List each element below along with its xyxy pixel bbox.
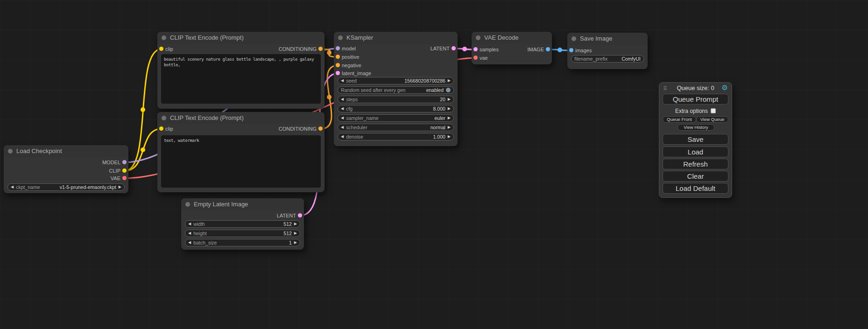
node-status-dot-icon[interactable] [476,35,480,40]
queue-prompt-button[interactable]: Queue Prompt [663,94,728,105]
scheduler-widget[interactable]: ◀ scheduler normal ▶ [338,124,454,131]
widget-value: 1 [289,240,292,245]
output-slot-vae: VAE [111,174,120,182]
output-slot-conditioning: CONDITIONING [279,125,317,133]
load-button[interactable]: Load [663,147,728,157]
random-seed-widget[interactable]: Random seed after every gen enabled [338,86,454,94]
decrement-arrow-icon[interactable]: ◀ [341,133,344,140]
node-vae-decode[interactable]: VAE Decode samples vae IMAGE [472,32,552,64]
node-status-dot-icon[interactable] [185,202,190,207]
output-dot-clip[interactable] [122,168,127,173]
comfyui-canvas[interactable]: { "canvas": {"background": "#1d1d1d"}, "… [0,0,868,329]
width-widget[interactable]: ◀ width 512 ▶ [185,220,300,228]
decrement-arrow-icon[interactable]: ◀ [188,239,191,246]
increment-arrow-icon[interactable]: ▶ [448,115,451,121]
decrement-arrow-icon[interactable]: ◀ [341,96,344,103]
denoise-widget[interactable]: ◀ denoise 1.000 ▶ [338,133,454,140]
output-dot-model[interactable] [122,160,127,164]
wire-midpoint-dot [462,47,467,51]
decrement-arrow-icon[interactable]: ◀ [188,230,191,237]
queue-front-button[interactable]: Queue Front [663,116,696,123]
increment-arrow-icon[interactable]: ▶ [448,96,451,103]
steps-widget[interactable]: ◀ steps 20 ▶ [338,96,454,103]
increment-arrow-icon[interactable]: ▶ [448,77,451,84]
input-dot-images[interactable] [569,48,573,52]
output-dot-conditioning[interactable] [318,126,323,131]
input-slot-latent-image: latent_image [342,69,371,77]
extra-options-checkbox[interactable] [711,108,716,113]
widget-name: cfg [346,106,430,112]
batch-size-widget[interactable]: ◀ batch_size 1 ▶ [185,239,300,246]
widget-name: filename_prefix [574,56,619,62]
increment-arrow-icon[interactable]: ▶ [448,105,451,112]
node-title: CLIP Text Encode (Prompt) [170,114,244,121]
clear-button[interactable]: Clear [663,171,728,182]
positive-prompt-textarea[interactable]: beautiful scenery nature glass bottle la… [161,54,321,104]
output-dot-latent[interactable] [298,213,302,217]
output-dot-conditioning[interactable] [318,47,323,51]
widget-name: height [193,231,281,236]
input-dot-vae[interactable] [473,56,478,60]
input-dot-clip[interactable] [159,47,163,51]
input-dot-clip[interactable] [159,126,163,131]
decrement-arrow-icon[interactable]: ◀ [341,105,344,112]
increment-arrow-icon[interactable]: ▶ [294,239,297,246]
input-dot-latent-image[interactable] [336,71,340,75]
node-status-dot-icon[interactable] [572,36,576,41]
increment-arrow-icon[interactable]: ▶ [294,221,297,227]
node-ksampler[interactable]: KSampler model positive negative latent_… [334,32,458,146]
negative-prompt-textarea[interactable]: text, watermark [161,135,321,188]
increment-arrow-icon[interactable]: ▶ [448,133,451,140]
drag-handle-icon[interactable]: ⠿ [663,85,667,92]
save-button[interactable]: Save [663,134,728,145]
height-widget[interactable]: ◀ height 512 ▶ [185,230,300,237]
view-queue-button[interactable]: View Queue [696,116,728,123]
node-title: Load Checkpoint [16,147,62,154]
node-status-dot-icon[interactable] [8,149,13,154]
decrement-arrow-icon[interactable]: ◀ [341,115,344,121]
node-title-bar[interactable]: Empty Latent Image [181,198,304,210]
node-status-dot-icon[interactable] [162,35,166,40]
node-clip-text-encode-negative[interactable]: CLIP Text Encode (Prompt) clip CONDITION… [157,112,325,192]
node-status-dot-icon[interactable] [338,35,343,40]
filename-prefix-widget[interactable]: filename_prefix ComfyUI [571,55,644,63]
node-title-bar[interactable]: CLIP Text Encode (Prompt) [157,32,325,44]
node-title-bar[interactable]: KSampler [334,32,458,44]
node-title-bar[interactable]: Save Image [567,33,648,45]
node-status-dot-icon[interactable] [162,116,166,120]
load-default-button[interactable]: Load Default [663,183,728,194]
node-title-bar[interactable]: VAE Decode [472,32,552,44]
settings-gear-icon[interactable]: ⚙ [722,84,728,91]
input-dot-negative[interactable] [336,63,340,67]
node-title-bar[interactable]: CLIP Text Encode (Prompt) [157,112,325,124]
node-save-image[interactable]: Save Image images filename_prefix ComfyU… [567,33,648,69]
node-title-bar[interactable]: Load Checkpoint [4,145,128,157]
input-dot-model[interactable] [336,46,340,50]
sampler-name-widget[interactable]: ◀ sampler_name euler ▶ [338,114,454,122]
random-seed-toggle[interactable] [446,88,451,92]
input-slot-positive: positive [342,53,359,61]
decrement-arrow-icon[interactable]: ◀ [11,184,14,190]
seed-widget[interactable]: ◀ seed 156680208700286 ▶ [338,77,454,84]
ckpt-name-widget[interactable]: ◀ ckpt_name v1-5-pruned-emaonly.ckpt ▶ [7,183,125,191]
cfg-widget[interactable]: ◀ cfg 8.000 ▶ [338,105,454,112]
output-dot-vae[interactable] [122,176,127,180]
decrement-arrow-icon[interactable]: ◀ [341,124,344,131]
output-dot-image[interactable] [546,47,550,51]
input-dot-samples[interactable] [473,47,478,51]
queue-size-label: Queue size: 0 [677,84,714,91]
increment-arrow-icon[interactable]: ▶ [119,184,121,190]
increment-arrow-icon[interactable]: ▶ [448,124,451,131]
node-clip-text-encode-positive[interactable]: CLIP Text Encode (Prompt) clip CONDITION… [157,32,325,109]
wire-midpoint-dot [327,50,332,55]
input-dot-positive[interactable] [336,55,340,59]
decrement-arrow-icon[interactable]: ◀ [188,221,191,227]
refresh-button[interactable]: Refresh [663,159,728,169]
output-dot-latent[interactable] [452,46,456,50]
widget-value: 8.000 [433,106,445,112]
decrement-arrow-icon[interactable]: ◀ [341,77,344,84]
increment-arrow-icon[interactable]: ▶ [294,230,297,237]
view-history-button[interactable]: View History [677,124,714,131]
node-load-checkpoint[interactable]: Load Checkpoint MODEL CLIP VAE ◀ ckpt_na… [4,145,128,193]
node-empty-latent-image[interactable]: Empty Latent Image LATENT ◀ width 512 ▶ … [181,198,304,250]
